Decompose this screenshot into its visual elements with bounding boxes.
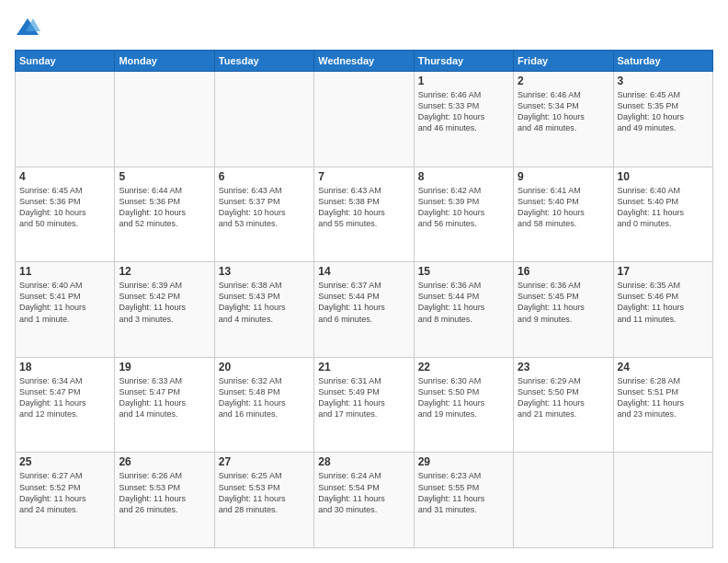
weekday-friday: Friday (514, 51, 613, 72)
day-info: Sunrise: 6:34 AM Sunset: 5:47 PM Dayligh… (19, 375, 110, 420)
day-number: 6 (219, 170, 310, 183)
calendar-cell: 22Sunrise: 6:30 AM Sunset: 5:50 PM Dayli… (414, 357, 513, 453)
calendar-cell: 12Sunrise: 6:39 AM Sunset: 5:42 PM Dayli… (115, 262, 214, 358)
weekday-wednesday: Wednesday (314, 51, 414, 72)
day-number: 4 (19, 170, 110, 183)
day-info: Sunrise: 6:45 AM Sunset: 5:35 PM Dayligh… (618, 89, 709, 134)
day-info: Sunrise: 6:40 AM Sunset: 5:40 PM Dayligh… (618, 185, 709, 230)
calendar-cell (613, 453, 712, 548)
calendar-cell: 9Sunrise: 6:41 AM Sunset: 5:40 PM Daylig… (514, 167, 613, 262)
day-info: Sunrise: 6:43 AM Sunset: 5:38 PM Dayligh… (318, 185, 409, 230)
calendar-cell: 8Sunrise: 6:42 AM Sunset: 5:39 PM Daylig… (414, 167, 513, 262)
day-info: Sunrise: 6:32 AM Sunset: 5:48 PM Dayligh… (219, 375, 310, 420)
calendar-cell: 28Sunrise: 6:24 AM Sunset: 5:54 PM Dayli… (314, 453, 414, 548)
day-info: Sunrise: 6:41 AM Sunset: 5:40 PM Dayligh… (518, 185, 609, 230)
day-info: Sunrise: 6:37 AM Sunset: 5:44 PM Dayligh… (318, 280, 409, 325)
day-info: Sunrise: 6:40 AM Sunset: 5:41 PM Dayligh… (19, 280, 110, 325)
weekday-thursday: Thursday (414, 51, 513, 72)
day-info: Sunrise: 6:23 AM Sunset: 5:55 PM Dayligh… (418, 470, 509, 515)
weekday-sunday: Sunday (16, 51, 115, 72)
day-info: Sunrise: 6:44 AM Sunset: 5:36 PM Dayligh… (119, 185, 210, 230)
day-info: Sunrise: 6:35 AM Sunset: 5:46 PM Dayligh… (618, 280, 709, 325)
calendar-week-2: 11Sunrise: 6:40 AM Sunset: 5:41 PM Dayli… (16, 262, 713, 358)
day-info: Sunrise: 6:26 AM Sunset: 5:53 PM Dayligh… (119, 470, 210, 515)
calendar-cell: 27Sunrise: 6:25 AM Sunset: 5:53 PM Dayli… (214, 453, 313, 548)
day-info: Sunrise: 6:42 AM Sunset: 5:39 PM Dayligh… (418, 185, 509, 230)
day-info: Sunrise: 6:25 AM Sunset: 5:53 PM Dayligh… (219, 470, 310, 515)
calendar-cell: 16Sunrise: 6:36 AM Sunset: 5:45 PM Dayli… (514, 262, 613, 358)
calendar-cell: 23Sunrise: 6:29 AM Sunset: 5:50 PM Dayli… (514, 357, 613, 453)
day-number: 13 (219, 265, 310, 278)
calendar-cell: 10Sunrise: 6:40 AM Sunset: 5:40 PM Dayli… (613, 167, 712, 262)
calendar-week-0: 1Sunrise: 6:46 AM Sunset: 5:33 PM Daylig… (16, 72, 713, 167)
day-number: 7 (318, 170, 409, 183)
weekday-tuesday: Tuesday (214, 51, 313, 72)
header (15, 15, 713, 40)
calendar-cell (314, 72, 414, 167)
day-number: 17 (618, 265, 709, 278)
calendar-cell (115, 72, 214, 167)
calendar-cell (514, 453, 613, 548)
calendar-cell: 26Sunrise: 6:26 AM Sunset: 5:53 PM Dayli… (115, 453, 214, 548)
calendar-cell: 13Sunrise: 6:38 AM Sunset: 5:43 PM Dayli… (214, 262, 313, 358)
day-info: Sunrise: 6:27 AM Sunset: 5:52 PM Dayligh… (19, 470, 110, 515)
day-number: 1 (418, 75, 509, 87)
weekday-header-row: SundayMondayTuesdayWednesdayThursdayFrid… (16, 51, 713, 72)
calendar-week-1: 4Sunrise: 6:45 AM Sunset: 5:36 PM Daylig… (16, 167, 713, 262)
day-number: 24 (618, 361, 709, 373)
calendar-week-3: 18Sunrise: 6:34 AM Sunset: 5:47 PM Dayli… (16, 357, 713, 453)
day-number: 22 (418, 361, 509, 373)
day-info: Sunrise: 6:29 AM Sunset: 5:50 PM Dayligh… (518, 375, 609, 420)
day-number: 9 (518, 170, 609, 183)
calendar-cell: 29Sunrise: 6:23 AM Sunset: 5:55 PM Dayli… (414, 453, 513, 548)
day-info: Sunrise: 6:46 AM Sunset: 5:33 PM Dayligh… (418, 89, 509, 134)
calendar-cell: 6Sunrise: 6:43 AM Sunset: 5:37 PM Daylig… (214, 167, 313, 262)
calendar-cell: 1Sunrise: 6:46 AM Sunset: 5:33 PM Daylig… (414, 72, 513, 167)
day-number: 19 (119, 361, 210, 373)
day-number: 29 (418, 455, 509, 468)
day-number: 18 (19, 361, 110, 373)
day-number: 14 (318, 265, 409, 278)
day-info: Sunrise: 6:36 AM Sunset: 5:45 PM Dayligh… (518, 280, 609, 325)
day-number: 25 (19, 455, 110, 468)
calendar-cell: 24Sunrise: 6:28 AM Sunset: 5:51 PM Dayli… (613, 357, 712, 453)
calendar-cell (214, 72, 313, 167)
day-number: 11 (19, 265, 110, 278)
day-number: 20 (219, 361, 310, 373)
day-number: 16 (518, 265, 609, 278)
calendar-cell: 2Sunrise: 6:46 AM Sunset: 5:34 PM Daylig… (514, 72, 613, 167)
calendar-table: SundayMondayTuesdayWednesdayThursdayFrid… (15, 50, 713, 548)
day-info: Sunrise: 6:46 AM Sunset: 5:34 PM Dayligh… (518, 89, 609, 134)
day-info: Sunrise: 6:45 AM Sunset: 5:36 PM Dayligh… (19, 185, 110, 230)
calendar-cell: 11Sunrise: 6:40 AM Sunset: 5:41 PM Dayli… (16, 262, 115, 358)
calendar-cell: 7Sunrise: 6:43 AM Sunset: 5:38 PM Daylig… (314, 167, 414, 262)
day-info: Sunrise: 6:24 AM Sunset: 5:54 PM Dayligh… (318, 470, 409, 515)
calendar-week-4: 25Sunrise: 6:27 AM Sunset: 5:52 PM Dayli… (16, 453, 713, 548)
day-number: 8 (418, 170, 509, 183)
day-info: Sunrise: 6:33 AM Sunset: 5:47 PM Dayligh… (119, 375, 210, 420)
day-number: 26 (119, 455, 210, 468)
calendar-cell: 20Sunrise: 6:32 AM Sunset: 5:48 PM Dayli… (214, 357, 313, 453)
day-number: 23 (518, 361, 609, 373)
day-number: 2 (518, 75, 609, 87)
day-info: Sunrise: 6:31 AM Sunset: 5:49 PM Dayligh… (318, 375, 409, 420)
calendar-cell: 14Sunrise: 6:37 AM Sunset: 5:44 PM Dayli… (314, 262, 414, 358)
day-info: Sunrise: 6:36 AM Sunset: 5:44 PM Dayligh… (418, 280, 509, 325)
calendar-cell: 3Sunrise: 6:45 AM Sunset: 5:35 PM Daylig… (613, 72, 712, 167)
calendar-cell: 25Sunrise: 6:27 AM Sunset: 5:52 PM Dayli… (16, 453, 115, 548)
logo (15, 15, 44, 40)
logo-icon (15, 15, 40, 40)
day-number: 5 (119, 170, 210, 183)
day-number: 21 (318, 361, 409, 373)
calendar-cell: 21Sunrise: 6:31 AM Sunset: 5:49 PM Dayli… (314, 357, 414, 453)
day-info: Sunrise: 6:38 AM Sunset: 5:43 PM Dayligh… (219, 280, 310, 325)
day-number: 12 (119, 265, 210, 278)
day-number: 27 (219, 455, 310, 468)
calendar-cell: 4Sunrise: 6:45 AM Sunset: 5:36 PM Daylig… (16, 167, 115, 262)
day-number: 10 (618, 170, 709, 183)
calendar-cell (16, 72, 115, 167)
day-number: 28 (318, 455, 409, 468)
day-info: Sunrise: 6:30 AM Sunset: 5:50 PM Dayligh… (418, 375, 509, 420)
day-info: Sunrise: 6:43 AM Sunset: 5:37 PM Dayligh… (219, 185, 310, 230)
calendar-cell: 18Sunrise: 6:34 AM Sunset: 5:47 PM Dayli… (16, 357, 115, 453)
